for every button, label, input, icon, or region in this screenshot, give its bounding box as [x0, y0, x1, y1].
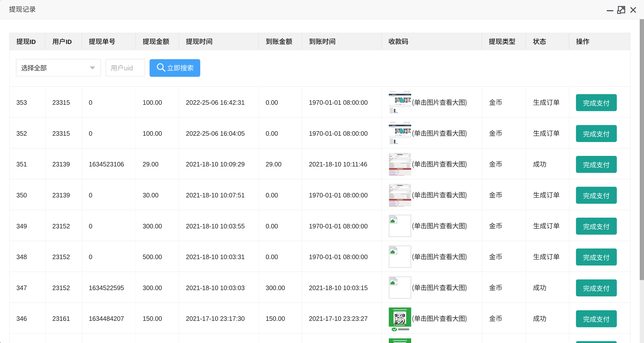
svg-text:0.00: 0.00: [266, 253, 278, 260]
svg-text:2021-18-10 10:03:15: 2021-18-10 10:03:15: [309, 284, 368, 291]
svg-text:0.00: 0.00: [266, 130, 278, 137]
svg-text:1634522595: 1634522595: [89, 284, 124, 291]
svg-text:349: 349: [16, 223, 27, 230]
svg-text:0: 0: [89, 192, 92, 199]
svg-text:2021-18-10 10:03:55: 2021-18-10 10:03:55: [186, 223, 245, 230]
svg-text:2022-25-06 16:04:05: 2022-25-06 16:04:05: [186, 130, 245, 137]
svg-text:2022-25-06 16:42:31: 2022-25-06 16:42:31: [186, 99, 245, 106]
svg-text:1970-01-01 08:00:00: 1970-01-01 08:00:00: [309, 192, 368, 199]
svg-text:1634484207: 1634484207: [89, 315, 124, 322]
svg-text:500.00: 500.00: [143, 253, 162, 260]
svg-text:29.00: 29.00: [266, 161, 281, 168]
svg-text:23152: 23152: [52, 223, 70, 230]
svg-text:0.00: 0.00: [266, 223, 278, 230]
svg-text:0: 0: [89, 130, 92, 137]
svg-text:350: 350: [16, 192, 27, 199]
svg-text:300.00: 300.00: [266, 284, 285, 291]
svg-text:351: 351: [16, 161, 27, 168]
svg-text:2021-17-10 23:17:30: 2021-17-10 23:17:30: [186, 315, 245, 322]
svg-text:2021-18-10 10:03:03: 2021-18-10 10:03:03: [186, 284, 245, 291]
svg-text:23139: 23139: [52, 192, 70, 199]
svg-text:2021-17-10 23:23:27: 2021-17-10 23:23:27: [309, 315, 368, 322]
svg-text:23315: 23315: [52, 99, 70, 106]
svg-text:353: 353: [16, 99, 27, 106]
svg-text:346: 346: [16, 315, 27, 322]
svg-text:352: 352: [16, 130, 27, 137]
svg-text:2021-18-10 10:03:31: 2021-18-10 10:03:31: [186, 253, 245, 260]
svg-text:0: 0: [89, 223, 92, 230]
svg-text:23161: 23161: [52, 315, 70, 322]
svg-text:2021-18-10 10:11:46: 2021-18-10 10:11:46: [309, 161, 367, 168]
svg-text:1634523106: 1634523106: [89, 161, 124, 168]
svg-text:150.00: 150.00: [266, 315, 285, 322]
svg-text:29.00: 29.00: [143, 161, 158, 168]
svg-text:1970-01-01 08:00:00: 1970-01-01 08:00:00: [309, 99, 368, 106]
svg-text:347: 347: [16, 284, 27, 291]
svg-text:30.00: 30.00: [143, 192, 158, 199]
svg-text:2021-18-10 10:07:51: 2021-18-10 10:07:51: [186, 192, 245, 199]
svg-text:150.00: 150.00: [143, 315, 162, 322]
svg-text:100.00: 100.00: [143, 130, 162, 137]
svg-text:2021-18-10 10:09:29: 2021-18-10 10:09:29: [186, 161, 245, 168]
svg-text:0: 0: [89, 99, 92, 106]
svg-text:23315: 23315: [52, 130, 70, 137]
svg-text:0.00: 0.00: [266, 99, 278, 106]
svg-text:23139: 23139: [52, 161, 70, 168]
svg-text:0.00: 0.00: [266, 192, 278, 199]
svg-text:23152: 23152: [52, 253, 70, 260]
svg-text:1970-01-01 08:00:00: 1970-01-01 08:00:00: [309, 223, 368, 230]
svg-text:300.00: 300.00: [143, 284, 162, 291]
svg-text:100.00: 100.00: [143, 99, 162, 106]
svg-text:23152: 23152: [52, 284, 70, 291]
svg-text:0: 0: [89, 253, 92, 260]
svg-text:348: 348: [16, 253, 27, 260]
svg-text:1970-01-01 08:00:00: 1970-01-01 08:00:00: [309, 130, 368, 137]
svg-text:1970-01-01 08:00:00: 1970-01-01 08:00:00: [309, 253, 368, 260]
svg-text:300.00: 300.00: [143, 223, 162, 230]
